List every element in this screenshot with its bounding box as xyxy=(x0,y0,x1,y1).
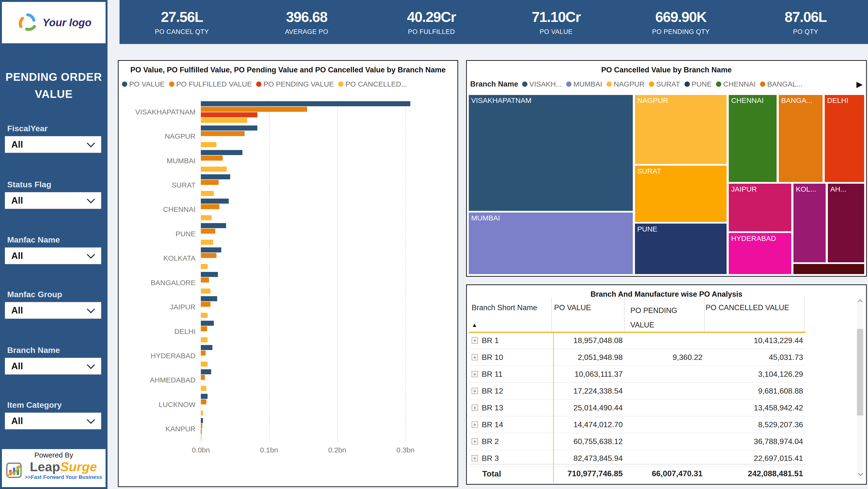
column-header-po-value[interactable]: PO VALUE xyxy=(554,303,591,312)
bar-segment[interactable] xyxy=(201,253,216,258)
bar-segment[interactable] xyxy=(201,150,242,155)
bar-segment[interactable] xyxy=(201,411,203,416)
bar-segment[interactable] xyxy=(201,399,206,404)
bar-segment[interactable] xyxy=(201,289,211,294)
bar-segment[interactable] xyxy=(201,240,213,245)
legend-item[interactable]: PO FULFILLED VALUE xyxy=(169,80,252,88)
bar-segment[interactable] xyxy=(201,191,214,196)
table-row[interactable]: +BR 102,051,948.989,360.2245,031.73 xyxy=(469,349,805,366)
treemap-tile[interactable] xyxy=(793,263,865,274)
bar-segment[interactable] xyxy=(201,369,211,374)
table-row[interactable]: +BR 1414,474,012.708,529,207.36 xyxy=(469,416,805,433)
treemap-tile[interactable]: SURAT xyxy=(634,165,727,222)
bar-segment[interactable] xyxy=(201,302,211,307)
bar-segment[interactable] xyxy=(201,362,208,367)
legend-item[interactable]: MUMBAI xyxy=(566,80,602,88)
bar-segment[interactable] xyxy=(201,229,215,234)
legend-item[interactable]: VISAKH... xyxy=(522,80,562,88)
sort-ascending-icon[interactable]: ▲ xyxy=(472,322,477,328)
bar-segment[interactable] xyxy=(201,321,214,326)
treemap-tile[interactable]: VISAKHAPATNAM xyxy=(468,95,633,211)
treemap-tile[interactable]: BANGA... xyxy=(778,95,823,183)
bar-segment[interactable] xyxy=(201,394,208,399)
bar-segment[interactable] xyxy=(201,424,202,429)
legend-item[interactable]: BANGAL... xyxy=(760,80,803,88)
scrollbar-thumb[interactable] xyxy=(857,329,863,416)
bar-segment[interactable] xyxy=(201,435,202,440)
bar-segment[interactable] xyxy=(201,429,202,434)
table-row[interactable]: +BR 118,957,048.0810,413,229.44 xyxy=(469,332,805,349)
bar-segment[interactable] xyxy=(201,248,221,253)
table-row[interactable]: +BR 1110,063,111.373,104,126.29 xyxy=(469,366,805,383)
bar-segment[interactable] xyxy=(201,101,410,106)
bar-segment[interactable] xyxy=(201,126,257,131)
legend-item[interactable]: PO VALUE xyxy=(122,80,165,88)
treemap-tile[interactable]: JAIPUR xyxy=(728,183,792,232)
bar-segment[interactable] xyxy=(201,375,205,380)
bar-segment[interactable] xyxy=(201,180,219,185)
bar-segment[interactable] xyxy=(201,142,216,147)
bar-segment[interactable] xyxy=(201,131,245,136)
bar-segment[interactable] xyxy=(201,337,208,343)
bar-segment[interactable] xyxy=(201,215,212,220)
bar-segment[interactable] xyxy=(201,112,257,117)
bar-segment[interactable] xyxy=(201,272,218,277)
bar-segment[interactable] xyxy=(201,167,227,172)
expand-icon[interactable]: + xyxy=(472,404,478,411)
scroll-up-icon[interactable] xyxy=(858,299,863,304)
treemap-tile[interactable]: MUMBAI xyxy=(468,212,633,274)
expand-icon[interactable]: + xyxy=(472,354,478,360)
legend-item[interactable]: PUNE xyxy=(684,80,712,88)
item-category-dropdown[interactable]: All xyxy=(5,413,101,429)
treemap-tile[interactable]: NAGPUR xyxy=(634,95,727,164)
column-header-po-cancelled[interactable]: PO CANCELLED VALUE xyxy=(706,303,789,312)
bar-segment[interactable] xyxy=(201,345,212,350)
table-scrollbar[interactable] xyxy=(857,298,863,479)
legend-item[interactable]: PO PENDING VALUE xyxy=(256,80,334,88)
expand-icon[interactable]: + xyxy=(472,337,478,344)
manfac-group-dropdown[interactable]: All xyxy=(5,302,101,319)
legend-next-icon[interactable]: ▶ xyxy=(857,79,863,89)
manfac-name-dropdown[interactable]: All xyxy=(5,248,101,264)
treemap-tile[interactable]: PUNE xyxy=(634,223,727,274)
bar-segment[interactable] xyxy=(201,199,229,204)
treemap-tile[interactable]: AH... xyxy=(827,183,865,263)
branch-name-dropdown[interactable]: All xyxy=(5,358,101,374)
legend-item[interactable]: PO CANCELLED... xyxy=(338,80,407,88)
bar-segment[interactable] xyxy=(201,351,206,356)
bar-segment[interactable] xyxy=(201,118,247,123)
status-flag-dropdown[interactable]: All xyxy=(5,192,101,209)
expand-icon[interactable]: + xyxy=(472,421,478,428)
fiscalyear-dropdown[interactable]: All xyxy=(5,136,101,153)
bar-segment[interactable] xyxy=(201,264,208,269)
legend-item[interactable]: SURAT xyxy=(649,80,680,88)
bar-segment[interactable] xyxy=(201,107,307,112)
table-row[interactable]: +BR 1325,014,490.4413,458,942.42 xyxy=(469,399,805,416)
expand-icon[interactable]: + xyxy=(472,371,478,377)
branch-cell: +BR 2 xyxy=(469,437,551,446)
bar-segment[interactable] xyxy=(201,223,226,228)
bar-segment[interactable] xyxy=(201,278,209,283)
bar-segment[interactable] xyxy=(201,418,203,423)
scroll-down-icon[interactable] xyxy=(858,471,863,476)
table-row[interactable]: +BR 260,755,638.1236,788,974.04 xyxy=(469,433,805,450)
bar-segment[interactable] xyxy=(201,156,223,161)
treemap-tile[interactable]: HYDERABAD xyxy=(728,232,792,274)
column-header-po-pending[interactable]: PO PENDING VALUE xyxy=(630,303,695,332)
legend-item[interactable]: NAGPUR xyxy=(607,80,645,88)
bar-segment[interactable] xyxy=(201,174,230,180)
table-row[interactable]: +BR 1217,224,338.549,681,608.88 xyxy=(469,383,805,399)
treemap-tile[interactable]: CHENNAI xyxy=(728,95,777,183)
legend-item[interactable]: CHENNAI xyxy=(716,80,756,88)
expand-icon[interactable]: + xyxy=(472,438,478,445)
column-header-branch[interactable]: Branch Short Name xyxy=(472,303,537,312)
expand-icon[interactable]: + xyxy=(472,388,478,394)
bar-segment[interactable] xyxy=(201,204,219,209)
treemap-tile[interactable]: KOL... xyxy=(793,183,826,263)
expand-icon[interactable]: + xyxy=(472,455,478,461)
bar-segment[interactable] xyxy=(201,296,217,301)
treemap-tile[interactable]: DELHI xyxy=(824,95,865,183)
bar-segment[interactable] xyxy=(201,326,207,331)
bar-segment[interactable] xyxy=(201,386,206,391)
bar-segment[interactable] xyxy=(201,313,208,318)
